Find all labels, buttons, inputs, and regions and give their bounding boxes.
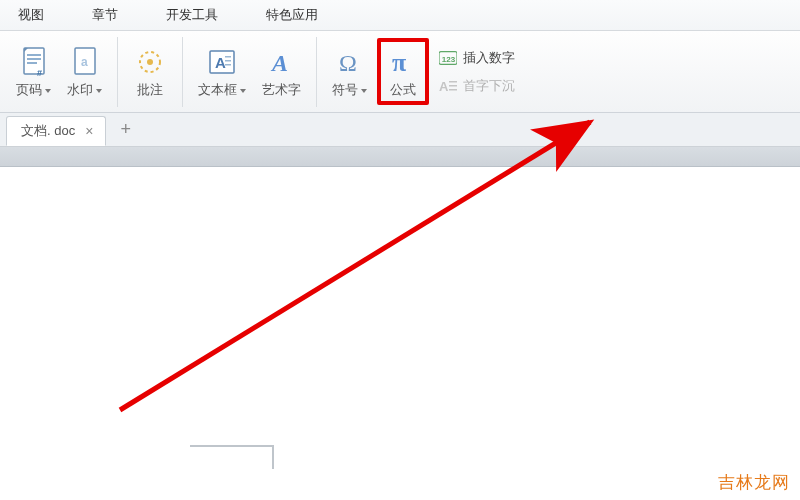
ribbon-group-text: A 文本框 A 艺术字 [186, 31, 313, 112]
page-number-button[interactable]: # 页码 [10, 42, 57, 101]
ribbon: # 页码 a 水印 [0, 31, 800, 113]
page-number-text: 页码 [16, 81, 42, 99]
svg-rect-1 [27, 54, 41, 56]
svg-rect-2 [27, 58, 41, 60]
insert-number-label: 插入数字 [463, 49, 515, 67]
omega-icon: Ω [334, 46, 366, 78]
separator [316, 37, 317, 107]
menu-view[interactable]: 视图 [18, 6, 44, 24]
tab-label: 文档. doc [21, 122, 75, 140]
comment-text: 批注 [137, 81, 163, 99]
svg-text:123: 123 [442, 54, 456, 63]
comment-button[interactable]: 批注 [127, 42, 173, 101]
separator [117, 37, 118, 107]
svg-text:π: π [392, 48, 406, 77]
dropdown-arrow-icon [361, 89, 367, 93]
symbol-text: 符号 [332, 81, 358, 99]
close-icon[interactable]: × [85, 123, 93, 139]
textbox-text: 文本框 [198, 81, 237, 99]
page-corner [190, 445, 274, 469]
watermark-button[interactable]: a 水印 [61, 42, 108, 101]
watermark-text: 水印 [67, 81, 93, 99]
formula-button[interactable]: π 公式 [377, 38, 429, 105]
textbox-label: 文本框 [198, 81, 246, 99]
svg-text:A: A [270, 50, 288, 76]
svg-rect-3 [27, 62, 37, 64]
separator [182, 37, 183, 107]
dropdown-arrow-icon [240, 89, 246, 93]
document-area[interactable] [0, 167, 800, 500]
wordart-label: 艺术字 [262, 81, 301, 99]
page-number-icon: # [18, 46, 50, 78]
ribbon-group-comment: 批注 [121, 31, 179, 112]
comment-icon [134, 46, 166, 78]
wordart-button[interactable]: A 艺术字 [256, 42, 307, 101]
pi-icon: π [387, 46, 419, 78]
insert-number-icon: 123 [439, 50, 457, 66]
ribbon-right-commands: 123 插入数字 A 首字下沉 [435, 31, 519, 112]
document-tab[interactable]: 文档. doc × [6, 116, 106, 146]
svg-text:#: # [37, 68, 42, 78]
svg-rect-12 [225, 60, 231, 62]
menu-chapter[interactable]: 章节 [92, 6, 118, 24]
page-watermark: 吉林龙网 [718, 471, 790, 494]
watermark-label: 水印 [67, 81, 102, 99]
menu-bar: 视图 章节 开发工具 特色应用 [0, 0, 800, 31]
symbol-label: 符号 [332, 81, 367, 99]
dropdown-arrow-icon [96, 89, 102, 93]
formula-label: 公式 [390, 81, 416, 99]
drop-cap-label: 首字下沉 [463, 77, 515, 95]
svg-text:A: A [215, 54, 226, 71]
ribbon-group-page: # 页码 a 水印 [4, 31, 114, 112]
ribbon-group-symbol: Ω 符号 π 公式 [320, 31, 435, 112]
drop-cap-button[interactable]: A 首字下沉 [439, 77, 515, 95]
textbox-icon: A [206, 46, 238, 78]
dropdown-arrow-icon [45, 89, 51, 93]
svg-rect-22 [449, 89, 457, 91]
symbol-button[interactable]: Ω 符号 [326, 42, 373, 101]
svg-rect-11 [225, 56, 231, 58]
ruler [0, 147, 800, 167]
comment-label: 批注 [137, 81, 163, 99]
menu-special[interactable]: 特色应用 [266, 6, 318, 24]
svg-rect-20 [449, 81, 457, 83]
svg-text:Ω: Ω [339, 50, 357, 76]
textbox-button[interactable]: A 文本框 [192, 42, 252, 101]
tab-strip: 文档. doc × + [0, 113, 800, 147]
add-tab-button[interactable]: + [120, 119, 131, 140]
drop-cap-icon: A [439, 78, 457, 94]
insert-number-button[interactable]: 123 插入数字 [439, 49, 515, 67]
svg-rect-13 [225, 64, 231, 66]
svg-text:A: A [439, 79, 449, 93]
wordart-text: 艺术字 [262, 81, 301, 99]
page-number-label: 页码 [16, 81, 51, 99]
watermark-icon: a [69, 46, 101, 78]
menu-devtools[interactable]: 开发工具 [166, 6, 218, 24]
svg-point-8 [147, 59, 153, 65]
svg-text:a: a [81, 55, 88, 69]
formula-text: 公式 [390, 81, 416, 99]
wordart-icon: A [266, 46, 298, 78]
svg-rect-21 [449, 85, 457, 87]
